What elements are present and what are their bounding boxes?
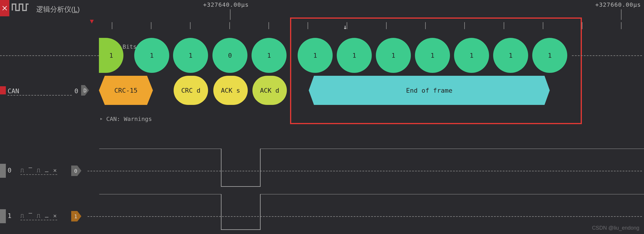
bit-bubble[interactable]: 1: [173, 38, 208, 73]
bit-bubble[interactable]: 1: [376, 38, 411, 73]
channel-index: 0: [8, 167, 11, 174]
bits-baseline: [572, 55, 642, 56]
can-channel-label: CAN: [8, 87, 19, 95]
time-tick-minor: [621, 22, 622, 29]
watermark: CSDN @liu_endong: [592, 225, 639, 231]
can-data-badge[interactable]: D: [81, 85, 89, 96]
close-button[interactable]: [0, 0, 9, 16]
channel-value-badge[interactable]: 1: [71, 211, 81, 221]
time-tick-minor: [190, 22, 191, 29]
time-tick-minor: [582, 22, 582, 29]
can-channel-marker[interactable]: [0, 86, 6, 94]
can-baseline: [8, 95, 72, 96]
bit-bubble[interactable]: 0: [212, 38, 247, 73]
bit-bubble[interactable]: 1: [298, 38, 333, 73]
bit-bubble[interactable]: 1: [134, 38, 169, 73]
close-icon: [2, 5, 8, 11]
time-tick-minor: [229, 22, 230, 29]
time-label: +327640.00µs: [203, 1, 249, 8]
bit-bubble[interactable]: 1: [493, 38, 528, 73]
can-end-of-frame[interactable]: End of frame: [309, 76, 550, 105]
channel-trigger-buttons[interactable]: ⎍ ⎺ ⎍ ⎽ ✕: [20, 212, 57, 220]
channel-waveform[interactable]: [99, 149, 644, 189]
bit-bubble[interactable]: 1: [252, 38, 287, 73]
warnings-expand-icon[interactable]: ▸: [100, 115, 103, 122]
time-tick-minor: [268, 22, 269, 29]
app-title: 逻辑分析仪(L): [36, 5, 80, 14]
channel-value-badge[interactable]: 0: [71, 166, 81, 176]
channel-index: 1: [8, 212, 11, 219]
channel-trigger-buttons[interactable]: ⎍ ⎺ ⎍ ⎽ ✕: [20, 167, 57, 175]
cursor-marker[interactable]: ▼: [90, 17, 94, 25]
can-field[interactable]: ACK d: [252, 76, 287, 105]
bit-bubble[interactable]: 1: [337, 38, 372, 73]
channel-marker[interactable]: [0, 209, 6, 223]
can-leading-zero: 0: [74, 87, 78, 95]
time-tick-minor: [151, 22, 151, 29]
bit-bubble[interactable]: 1: [415, 38, 450, 73]
time-tick-minor: [112, 22, 112, 29]
channel-marker[interactable]: [0, 164, 6, 178]
bits-baseline: [0, 55, 99, 56]
time-label: +327660.00µs: [595, 1, 641, 8]
channel-waveform[interactable]: [99, 194, 644, 232]
bit-bubble[interactable]: 1: [99, 38, 123, 73]
bits-row-label: Bits: [123, 43, 137, 50]
logic-wave-icon: [12, 1, 29, 14]
can-field[interactable]: CRC-15: [99, 76, 153, 105]
can-field[interactable]: ACK s: [213, 76, 248, 105]
time-tick-major: [621, 9, 622, 20]
can-field[interactable]: CRC d: [174, 76, 208, 105]
time-tick-major: [230, 9, 231, 20]
bit-bubble[interactable]: 1: [532, 38, 567, 73]
warnings-label[interactable]: CAN: Warnings: [106, 115, 152, 122]
bit-bubble[interactable]: 1: [454, 38, 489, 73]
